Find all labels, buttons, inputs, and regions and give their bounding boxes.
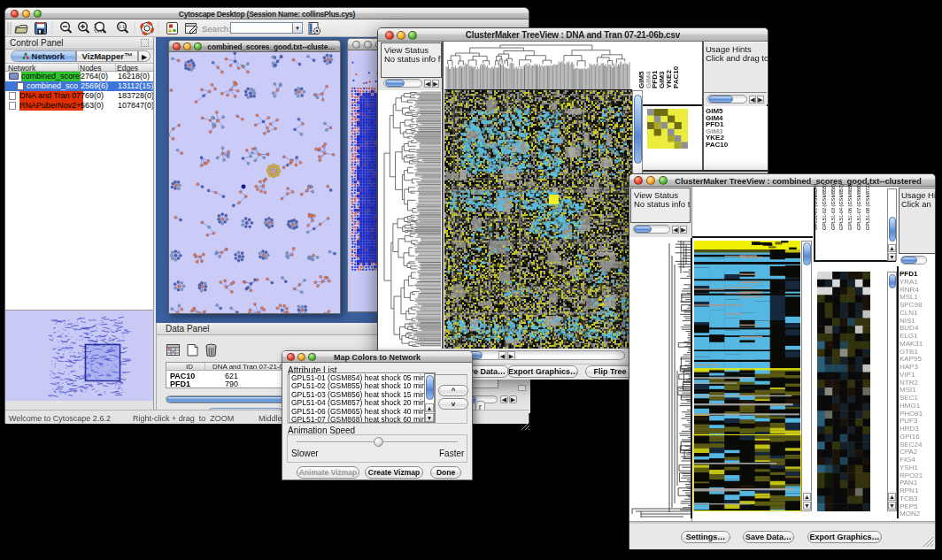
svg-text:1:1: 1:1	[119, 24, 125, 29]
